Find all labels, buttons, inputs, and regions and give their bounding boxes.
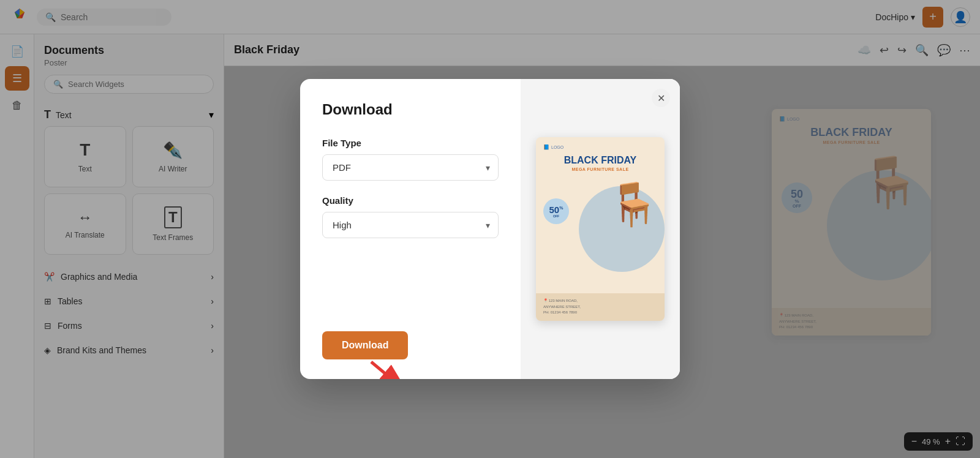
download-button[interactable]: Download	[322, 331, 408, 359]
poster-badge: 50% OFF	[543, 198, 569, 224]
chair-image: 🪑	[608, 183, 660, 225]
close-icon: ✕	[657, 92, 665, 104]
quality-select-wrapper[interactable]: High Medium Low	[322, 212, 499, 238]
file-type-group: File Type PDF PNG JPG SVG	[322, 138, 499, 181]
poster-logo: 📘 LOGO	[543, 145, 657, 150]
file-type-select-wrapper[interactable]: PDF PNG JPG SVG	[322, 154, 499, 181]
modal-form: Download File Type PDF PNG JPG SVG Quali…	[300, 79, 521, 379]
quality-label: Quality	[322, 195, 499, 206]
poster-preview-card: 📘 LOGO BLACK FRIDAY MEGA FURNITURE SALE …	[536, 137, 665, 321]
modal-overlay[interactable]: ✕ Download File Type PDF PNG JPG SVG	[0, 0, 980, 458]
file-type-select[interactable]: PDF PNG JPG SVG	[322, 154, 499, 181]
modal-close-button[interactable]: ✕	[652, 89, 670, 107]
poster-heading-2: MEGA FURNITURE SALE	[543, 167, 657, 171]
download-button-wrapper: Download	[322, 331, 499, 359]
modal-title: Download	[322, 101, 499, 118]
svg-line-2	[371, 362, 408, 379]
poster-footer: 📍 123 MAIN ROAD, ANYWHERE STREET, PH: 01…	[536, 293, 665, 321]
location-icon: 📍	[543, 299, 548, 302]
quality-group: Quality High Medium Low	[322, 195, 499, 238]
poster-heading-1: BLACK FRIDAY	[543, 155, 657, 166]
modal-preview: 📘 LOGO BLACK FRIDAY MEGA FURNITURE SALE …	[521, 79, 680, 379]
quality-select[interactable]: High Medium Low	[322, 212, 499, 238]
file-type-label: File Type	[322, 138, 499, 148]
download-modal: ✕ Download File Type PDF PNG JPG SVG	[300, 79, 680, 379]
